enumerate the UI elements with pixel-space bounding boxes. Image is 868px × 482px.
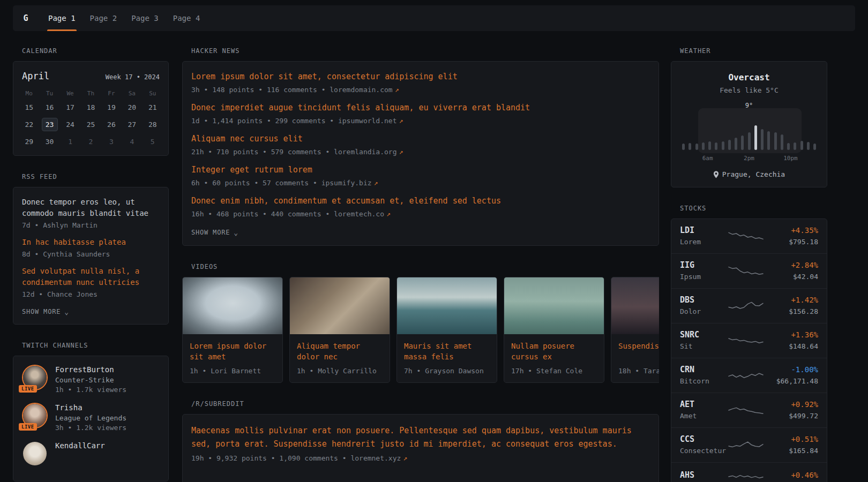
stock-id: IIG Ipsum bbox=[680, 260, 725, 282]
video-card[interactable]: Suspendisse diam 18h • Tara bbox=[611, 277, 659, 383]
stock-row[interactable]: IIG Ipsum +2.84% $42.04 bbox=[671, 253, 827, 288]
hackernews-show-more-label: SHOW MORE bbox=[191, 229, 230, 236]
twitch-channel-info: Trisha League of Legends 3h • 1.2k viewe… bbox=[55, 403, 126, 432]
rss-item[interactable]: In hac habitasse platea 8d • Cynthia Sau… bbox=[22, 237, 160, 258]
twitch-avatar-wrap: LIVE bbox=[22, 403, 48, 428]
stock-name: Lorem bbox=[680, 237, 725, 247]
twitch-channel[interactable]: LIVE ForrestBurton Counter-Strike 1h • 1… bbox=[22, 365, 160, 394]
tab-page-3[interactable]: Page 3 bbox=[131, 5, 159, 31]
calendar-day: 19 bbox=[101, 101, 122, 114]
hackernews-item-link[interactable]: Donec imperdiet augue tincidunt felis al… bbox=[191, 102, 530, 113]
tab-page-2[interactable]: Page 2 bbox=[90, 5, 117, 31]
calendar-day: 2 bbox=[80, 135, 101, 148]
video-card[interactable]: Lorem ipsum dolor sit amet consectetu… 1… bbox=[182, 277, 283, 383]
stock-id: DBS Dolor bbox=[680, 295, 725, 317]
rss-item-meta: 7d • Ashlyn Martin bbox=[22, 221, 160, 229]
video-card[interactable]: Aliquam tempor dolor nec pharetra… 1h • … bbox=[289, 277, 390, 383]
calendar-day: 4 bbox=[122, 135, 142, 148]
video-card[interactable]: Nullam posuere cursus ex 17h • Stefan Co… bbox=[504, 277, 604, 383]
stock-sparkline bbox=[725, 229, 767, 243]
stock-id: AHS bbox=[680, 470, 725, 482]
weather-bar bbox=[708, 141, 711, 150]
twitch-channel-game: Counter-Strike bbox=[55, 376, 126, 384]
rss-item[interactable]: Sed volutpat nulla nisl, a condimentum n… bbox=[22, 266, 160, 298]
stock-name: Consectetur bbox=[680, 446, 725, 456]
external-link-icon[interactable]: ↗ bbox=[374, 179, 378, 187]
video-title[interactable]: Nullam posuere cursus ex bbox=[511, 341, 597, 362]
twitch-channel[interactable]: KendallCarr bbox=[22, 441, 160, 466]
stock-price: $165.84 bbox=[767, 446, 818, 456]
rss-item-title[interactable]: Donec tempor eros leo, ut commodo mauris… bbox=[22, 197, 160, 219]
video-title[interactable]: Mauris sit amet massa felis bbox=[404, 341, 490, 362]
twitch-channel-name[interactable]: Trisha bbox=[55, 403, 126, 412]
calendar-day: 26 bbox=[101, 118, 122, 131]
calendar-dow: Mo bbox=[19, 90, 39, 97]
external-link-icon[interactable]: ↗ bbox=[395, 86, 399, 94]
external-link-icon[interactable]: ↗ bbox=[399, 148, 403, 156]
calendar-day: 21 bbox=[143, 101, 163, 114]
subreddit-post: Maecenas mollis pulvinar erat non posuer… bbox=[191, 424, 650, 462]
calendar-section-title: CALENDAR bbox=[22, 47, 169, 55]
external-link-icon[interactable]: ↗ bbox=[403, 454, 407, 462]
video-thumbnail[interactable] bbox=[183, 277, 282, 334]
stock-row[interactable]: SNRC Sit +1.36% $148.64 bbox=[671, 323, 827, 358]
video-title[interactable]: Lorem ipsum dolor sit amet consectetu… bbox=[190, 341, 275, 362]
tab-page-1[interactable]: Page 1 bbox=[48, 5, 76, 31]
video-title[interactable]: Suspendisse diam bbox=[618, 341, 659, 362]
twitch-channel-info: KendallCarr bbox=[55, 441, 105, 466]
video-card[interactable]: Mauris sit amet massa felis 7h • Grayson… bbox=[396, 277, 497, 383]
external-link-icon[interactable]: ↗ bbox=[386, 210, 391, 218]
tab-page-4[interactable]: Page 4 bbox=[173, 5, 200, 31]
calendar-day: 28 bbox=[143, 118, 163, 131]
rss-item-title[interactable]: Sed volutpat nulla nisl, a condimentum n… bbox=[22, 266, 160, 288]
hackernews-item: Donec enim nibh, condimentum et accumsan… bbox=[191, 195, 650, 220]
twitch-channel-name[interactable]: ForrestBurton bbox=[55, 365, 126, 374]
hackernews-item-link[interactable]: Lorem ipsum dolor sit amet, consectetur … bbox=[191, 71, 458, 82]
stock-row[interactable]: DBS Dolor +1.42% $156.28 bbox=[671, 288, 827, 323]
stock-row[interactable]: CRN Bitcorn -1.00% $66,171.48 bbox=[671, 358, 827, 393]
rss-item-title[interactable]: In hac habitasse platea bbox=[22, 237, 160, 248]
external-link-icon[interactable]: ↗ bbox=[399, 117, 403, 125]
stock-row[interactable]: CCS Consectetur +0.51% $165.84 bbox=[671, 427, 827, 462]
video-thumbnail[interactable] bbox=[611, 277, 659, 334]
hackernews-item-link[interactable]: Aliquam nec cursus elit bbox=[191, 133, 303, 144]
video-thumbnail[interactable] bbox=[290, 277, 390, 334]
rss-item[interactable]: Donec tempor eros leo, ut commodo mauris… bbox=[22, 197, 160, 229]
weather-feels-like: Feels like 5°C bbox=[680, 86, 818, 94]
calendar-day: 30 bbox=[39, 135, 59, 148]
weather-bar bbox=[695, 144, 698, 150]
weather-bar bbox=[781, 134, 783, 150]
twitch-avatar-wrap: LIVE bbox=[22, 365, 48, 390]
subreddit-section-title: /R/SUBREDDIT bbox=[191, 400, 659, 408]
twitch-channel-name[interactable]: KendallCarr bbox=[55, 441, 105, 450]
hackernews-item-link[interactable]: Integer eget rutrum lorem bbox=[191, 164, 312, 175]
weather-widget: WEATHER Overcast Feels like 5°C 9° 6am 2… bbox=[671, 47, 827, 187]
hackernews-item: Lorem ipsum dolor sit amet, consectetur … bbox=[191, 71, 650, 95]
stock-sparkline bbox=[725, 368, 767, 382]
weather-section-title: WEATHER bbox=[680, 47, 827, 55]
twitch-channel[interactable]: LIVE Trisha League of Legends 3h • 1.2k … bbox=[22, 403, 160, 432]
hackernews-show-more-button[interactable]: SHOW MORE ⌄ bbox=[191, 229, 238, 237]
stocks-card: LDI Lorem +4.35% $795.18 IIG Ipsum bbox=[671, 219, 827, 482]
hackernews-item-meta: 6h • 60 points • 57 comments • ipsumify.… bbox=[191, 178, 650, 189]
video-thumbnail[interactable] bbox=[504, 277, 604, 334]
video-title[interactable]: Aliquam tempor dolor nec pharetra… bbox=[297, 341, 383, 362]
stock-row[interactable]: LDI Lorem +4.35% $795.18 bbox=[671, 219, 827, 253]
stock-change: +1.42% bbox=[767, 295, 818, 305]
calendar-day-today: 23 bbox=[39, 118, 59, 131]
weather-bar bbox=[813, 144, 816, 150]
stock-ticker: DBS bbox=[680, 295, 725, 305]
weather-bar bbox=[682, 144, 685, 150]
live-badge: LIVE bbox=[19, 385, 37, 393]
stock-change: +1.36% bbox=[767, 330, 818, 340]
stock-row[interactable]: AHS +0.46% bbox=[671, 462, 827, 482]
video-thumbnail[interactable] bbox=[397, 277, 497, 334]
stock-row[interactable]: AET Amet +0.92% $499.72 bbox=[671, 393, 827, 427]
rss-show-more-button[interactable]: SHOW MORE ⌄ bbox=[22, 308, 69, 316]
subreddit-post-link[interactable]: Maecenas mollis pulvinar erat non posuer… bbox=[191, 424, 650, 451]
app-logo[interactable]: G bbox=[13, 5, 39, 31]
subreddit-card: Maecenas mollis pulvinar erat non posuer… bbox=[182, 414, 659, 482]
subreddit-widget: /R/SUBREDDIT Maecenas mollis pulvinar er… bbox=[182, 400, 659, 482]
stock-price: $66,171.48 bbox=[767, 376, 818, 386]
hackernews-item-link[interactable]: Donec enim nibh, condimentum et accumsan… bbox=[191, 195, 501, 206]
